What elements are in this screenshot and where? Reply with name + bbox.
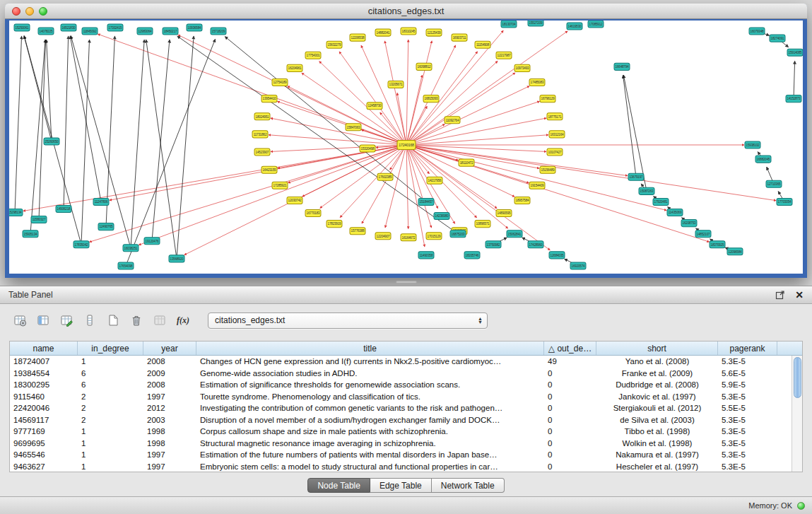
graph-node[interactable]: 18274091 [770, 35, 785, 42]
graph-node[interactable]: 12030742 [287, 197, 302, 204]
graph-node[interactable]: 13750982 [486, 241, 501, 248]
table-cell[interactable]: Dudbridge et al. (2008) [596, 380, 718, 389]
table-cell[interactable]: 5.3E-5 [718, 450, 777, 459]
table-cell[interactable]: 1997 [143, 450, 196, 459]
graph-node[interactable]: 10107427 [547, 148, 563, 156]
graph-node[interactable]: 14906218 [56, 205, 71, 212]
graph-node[interactable]: 18370925 [710, 241, 725, 248]
graph-node[interactable]: 14217956 [427, 177, 442, 184]
table-cell[interactable]: 5.3E-5 [718, 427, 777, 436]
graph-node[interactable]: 17085912 [588, 21, 604, 28]
graph-node[interactable]: 25260650 [44, 138, 59, 145]
table-cell[interactable]: 1998 [143, 439, 196, 448]
graph-node[interactable]: 19154409 [529, 182, 545, 189]
graph-node[interactable]: 12096584 [727, 248, 743, 255]
rows-icon[interactable] [81, 312, 98, 329]
graph-node[interactable]: 13679197 [628, 173, 644, 180]
table-row[interactable]: 1456911722003Disruption of a novel membe… [10, 414, 802, 426]
table-cell[interactable]: 18300295 [10, 380, 78, 389]
graph-node[interactable]: 17920481 [653, 198, 669, 205]
table-cell[interactable]: 2008 [143, 357, 196, 366]
graph-node[interactable]: 12490765 [98, 223, 114, 230]
graph-node[interactable]: 15914085 [787, 49, 803, 56]
table-cell[interactable]: 9465546 [10, 450, 78, 459]
column-header-in-degree[interactable]: in_degree [78, 341, 143, 355]
table-cell[interactable]: 19384554 [10, 369, 78, 378]
close-panel-icon[interactable]: ✕ [795, 289, 804, 300]
table-cell[interactable]: 9699695 [10, 439, 78, 448]
graph-node[interactable]: 16648794 [614, 63, 630, 70]
graph-node[interactable]: 11580327 [31, 216, 47, 223]
table-cell[interactable]: 0 [544, 427, 596, 436]
table-cell[interactable]: 0 [544, 439, 596, 448]
graph-node[interactable]: 12754189 [272, 78, 288, 86]
table-cell[interactable]: Yano et al. (2008) [596, 357, 718, 366]
graph-node[interactable]: 12206538 [350, 34, 365, 41]
graph-node[interactable]: 15632279 [326, 41, 342, 48]
graph-node[interactable]: 17428960 [528, 241, 543, 248]
table-cell[interactable]: Estimation of the future numbers of pati… [196, 450, 544, 459]
graph-node[interactable]: 16903711 [452, 34, 467, 41]
float-panel-icon[interactable] [775, 290, 785, 300]
graph-node[interactable]: 17602385 [377, 173, 393, 180]
graph-node[interactable]: 16204961 [287, 64, 302, 71]
table-cell[interactable]: 2003 [143, 416, 196, 424]
graph-node[interactable]: 10973493 [514, 64, 530, 71]
graph-node[interactable]: 15087263 [639, 187, 654, 194]
table-cell[interactable]: Jankovic et al. (1997) [596, 392, 718, 401]
tab-edge-table[interactable]: Edge Table [370, 478, 432, 493]
graph-node[interactable]: 15062841 [507, 230, 522, 238]
table-cell[interactable]: 0 [544, 392, 596, 401]
graph-node[interactable]: 15184457 [418, 198, 434, 205]
graph-node[interactable]: 11247806 [93, 198, 109, 205]
graph-node[interactable]: 12217987 [496, 52, 512, 59]
table-cell[interactable]: Franke et al. (2009) [596, 369, 718, 378]
table-cell[interactable]: 14569117 [10, 416, 78, 424]
table-cell[interactable]: 2012 [143, 404, 196, 412]
table-row[interactable]: 946554611997Estimation of the future num… [10, 449, 802, 461]
panel-splitter[interactable] [0, 278, 812, 286]
graph-node[interactable]: 15156489 [540, 166, 555, 173]
table-cell[interactable]: 2009 [143, 369, 196, 378]
column-header-year[interactable]: year [143, 341, 196, 355]
graph-node[interactable]: 12983064 [137, 28, 153, 35]
table-disabled-icon[interactable] [151, 312, 168, 329]
graph-node[interactable]: 17302415 [107, 24, 123, 31]
table-cell[interactable]: 22420046 [10, 404, 78, 412]
graph-node[interactable]: 18957584 [514, 197, 530, 204]
table-cell[interactable]: Disruption of a novel member of a sodium… [196, 416, 544, 424]
graph-node[interactable]: 17703054 [777, 198, 792, 205]
graph-node[interactable]: 14619530 [567, 23, 582, 30]
table-edit-icon[interactable] [58, 312, 75, 329]
table-cell[interactable]: Investigating the contribution of common… [196, 404, 544, 412]
graph-node[interactable]: 15905134 [23, 230, 38, 238]
graph-node[interactable]: 13954410 [261, 95, 277, 103]
graph-node[interactable]: 15527209 [528, 21, 543, 26]
table-cell[interactable]: 1 [78, 427, 143, 436]
table-cell[interactable]: 1 [78, 439, 143, 448]
graph-node[interactable]: 13568920 [169, 255, 184, 262]
table-cell[interactable]: 2 [78, 416, 143, 424]
table-cell[interactable]: 2 [78, 404, 143, 412]
graph-hub-node[interactable]: 17240168 [397, 140, 416, 149]
table-cell[interactable]: 0 [544, 404, 596, 412]
graph-node[interactable]: 14523907 [254, 148, 270, 156]
trash-icon[interactable] [128, 312, 145, 329]
graph-node[interactable]: 18205746 [464, 252, 480, 259]
graph-node[interactable]: 19120476 [144, 238, 160, 245]
table-cell[interactable]: 1997 [143, 462, 196, 471]
graph-node[interactable]: 10896571 [475, 221, 490, 228]
table-cell[interactable]: Changes of HCN gene expression and I(f) … [196, 357, 544, 366]
table-cell[interactable]: Estimation of significance thresholds fo… [196, 380, 544, 389]
graph-node[interactable]: 11092764 [445, 117, 460, 124]
graph-node[interactable]: 12684035 [549, 252, 565, 259]
graph-node[interactable]: 15298134 [9, 209, 23, 216]
graph-node[interactable]: 15938102 [745, 141, 760, 148]
graph-node[interactable]: 11154908 [475, 41, 490, 48]
graph-node[interactable]: 16815093 [423, 95, 439, 103]
graph-node[interactable]: 12710365 [766, 180, 782, 187]
table-cell[interactable]: Tourette syndrome. Phenomenology and cla… [196, 392, 544, 401]
table-cell[interactable]: 9777169 [10, 427, 78, 436]
fx-icon[interactable]: f(x) [175, 312, 192, 329]
zoom-button[interactable] [39, 7, 47, 16]
